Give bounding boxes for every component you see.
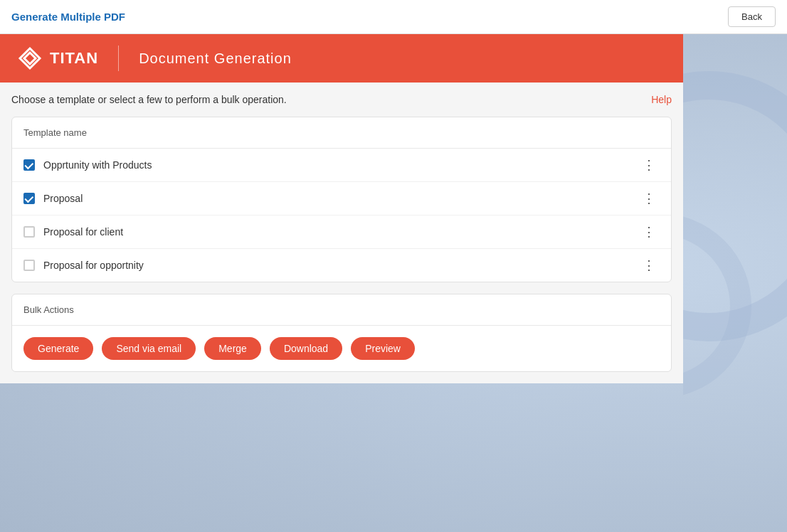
bulk-actions-header: Bulk Actions xyxy=(12,294,671,326)
download-button[interactable]: Download xyxy=(270,337,342,360)
page-title: Generate Multiple PDF xyxy=(11,11,125,23)
table-row: Proposal for client ⋮ xyxy=(12,216,671,249)
row-2-checkbox[interactable] xyxy=(23,193,35,204)
svg-marker-1 xyxy=(24,53,36,64)
template-name-column-label: Template name xyxy=(23,127,87,138)
bulk-actions-label: Bulk Actions xyxy=(23,304,74,315)
body-header: Choose a template or select a few to per… xyxy=(11,94,672,105)
template-table: Template name Opprtunity with Products ⋮… xyxy=(11,117,672,282)
merge-button[interactable]: Merge xyxy=(204,337,261,360)
row-2-menu-icon[interactable]: ⋮ xyxy=(638,191,660,206)
table-row: Proposal for opportnity ⋮ xyxy=(12,249,671,282)
row-3-menu-icon[interactable]: ⋮ xyxy=(638,224,660,240)
header-divider xyxy=(118,46,119,71)
table-header-row: Template name xyxy=(12,117,671,149)
row-4-checkbox[interactable] xyxy=(23,260,35,271)
titan-logo-text: TITAN xyxy=(50,49,98,68)
header-banner: TITAN Document Generation xyxy=(0,34,683,83)
bulk-actions-panel: Bulk Actions Generate Send via email Mer… xyxy=(11,294,672,372)
send-via-email-button[interactable]: Send via email xyxy=(102,337,196,360)
header-subtitle: Document Generation xyxy=(139,50,292,67)
back-button[interactable]: Back xyxy=(728,6,776,27)
row-2-name: Proposal xyxy=(43,193,630,204)
generate-button[interactable]: Generate xyxy=(23,337,93,360)
table-row: Opprtunity with Products ⋮ xyxy=(12,149,671,182)
row-1-name: Opprtunity with Products xyxy=(43,159,630,171)
top-bar: Generate Multiple PDF Back xyxy=(0,0,787,34)
body-panel: Choose a template or select a few to per… xyxy=(0,83,683,383)
preview-button[interactable]: Preview xyxy=(351,337,415,360)
bg-decoration xyxy=(683,0,787,532)
help-link[interactable]: Help xyxy=(651,94,672,105)
bulk-actions-buttons: Generate Send via email Merge Download P… xyxy=(12,326,671,371)
main-content: TITAN Document Generation Choose a templ… xyxy=(0,34,683,383)
row-1-checkbox[interactable] xyxy=(23,159,35,171)
row-1-menu-icon[interactable]: ⋮ xyxy=(638,157,660,173)
row-4-name: Proposal for opportnity xyxy=(43,260,630,271)
row-3-name: Proposal for client xyxy=(43,226,630,238)
titan-logo: TITAN xyxy=(17,46,98,71)
row-4-menu-icon[interactable]: ⋮ xyxy=(638,257,660,273)
body-description: Choose a template or select a few to per… xyxy=(11,94,287,105)
table-row: Proposal ⋮ xyxy=(12,182,671,216)
titan-logo-icon xyxy=(17,46,43,71)
row-3-checkbox[interactable] xyxy=(23,226,35,238)
